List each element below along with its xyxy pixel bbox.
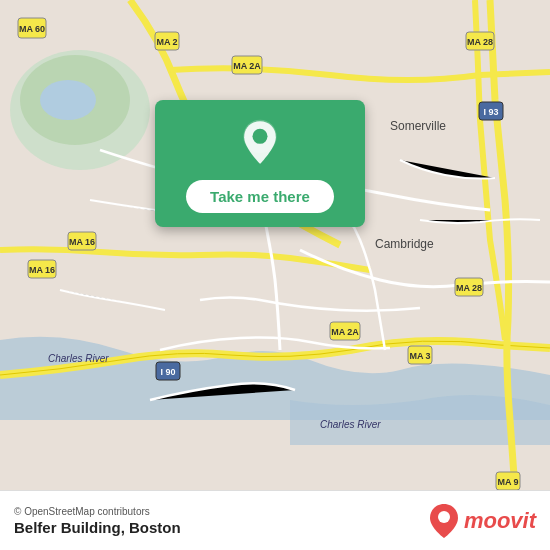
svg-point-3 xyxy=(40,80,96,120)
svg-text:MA 16: MA 16 xyxy=(69,237,95,247)
svg-text:MA 3: MA 3 xyxy=(409,351,430,361)
svg-text:Cambridge: Cambridge xyxy=(375,237,434,251)
svg-point-33 xyxy=(253,129,268,144)
svg-text:I 90: I 90 xyxy=(160,367,175,377)
svg-text:MA 60: MA 60 xyxy=(19,24,45,34)
location-label: Belfer Building, Boston xyxy=(14,519,181,536)
svg-text:MA 2A: MA 2A xyxy=(331,327,359,337)
bottom-bar: © OpenStreetMap contributors Belfer Buil… xyxy=(0,490,550,550)
svg-text:MA 28: MA 28 xyxy=(467,37,493,47)
bottom-left: © OpenStreetMap contributors Belfer Buil… xyxy=(14,506,181,536)
location-pin-icon xyxy=(235,118,285,168)
map-container: MA 60 MA 2 MA 2A MA 16 MA 16 I 90 MA 2A … xyxy=(0,0,550,490)
svg-text:MA 28: MA 28 xyxy=(456,283,482,293)
svg-text:MA 16: MA 16 xyxy=(29,265,55,275)
svg-text:I 93: I 93 xyxy=(483,107,498,117)
svg-text:Charles River: Charles River xyxy=(48,353,109,364)
svg-text:Charles River: Charles River xyxy=(320,419,381,430)
osm-attribution: © OpenStreetMap contributors xyxy=(14,506,181,517)
moovit-brand-icon xyxy=(428,502,460,540)
svg-text:Somerville: Somerville xyxy=(390,119,446,133)
location-card: Take me there xyxy=(155,100,365,227)
svg-point-34 xyxy=(438,511,450,523)
moovit-brand-text: moovit xyxy=(464,508,536,534)
svg-text:MA 2A: MA 2A xyxy=(233,61,261,71)
svg-text:MA 2: MA 2 xyxy=(156,37,177,47)
svg-text:MA 9: MA 9 xyxy=(497,477,518,487)
moovit-logo: moovit xyxy=(428,502,536,540)
take-me-there-button[interactable]: Take me there xyxy=(186,180,334,213)
